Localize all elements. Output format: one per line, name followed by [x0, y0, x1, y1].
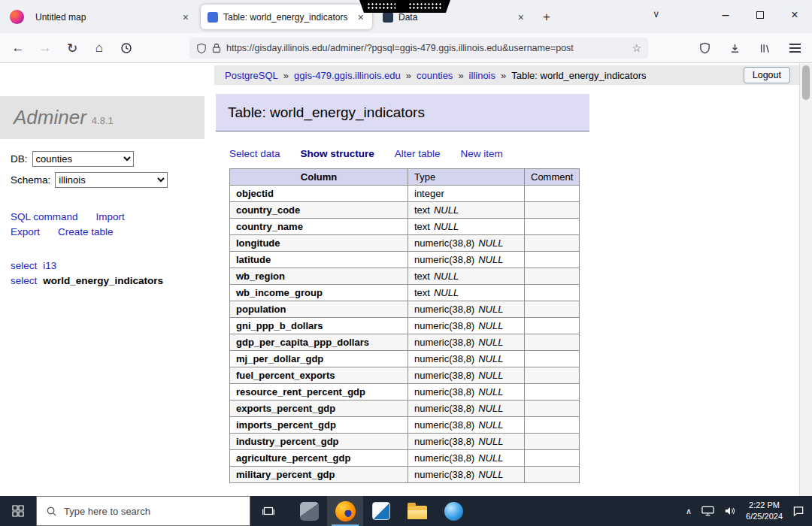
firefox-view-icon — [10, 10, 24, 24]
column-type-cell: textNULL — [408, 285, 525, 301]
table-row: mj_per_dollar_gdp numeric(38,8)NULL — [230, 351, 580, 367]
history-button[interactable] — [116, 38, 137, 59]
breadcrumb-separator: » — [406, 70, 411, 81]
home-button[interactable]: ⌂ — [89, 38, 110, 59]
arcgis-pro-icon — [372, 502, 390, 520]
table-name-link[interactable]: world_energy_indicators — [43, 275, 163, 286]
screen-capture-artifact — [359, 0, 450, 13]
globe-app-icon — [444, 502, 463, 521]
column-name-cell: wb_region — [230, 268, 408, 285]
column-name-cell: mj_per_dollar_gdp — [230, 351, 408, 367]
column-name-cell: industry_percent_gdp — [230, 434, 408, 450]
sidebar-link[interactable]: Create table — [58, 226, 114, 237]
volume-button[interactable] — [724, 506, 736, 516]
start-button[interactable] — [0, 496, 36, 526]
schema-select[interactable]: illinois — [55, 172, 168, 188]
adminer-logo: Adminer4.8.1 — [0, 96, 205, 139]
url-bar[interactable]: https://gisday.illinois.edu/adminer/?pgs… — [189, 38, 648, 59]
file-explorer-button[interactable] — [399, 496, 435, 526]
globe-app-button[interactable] — [435, 496, 471, 526]
table-row: exports_percent_gdp numeric(38,8)NULL — [230, 401, 580, 417]
tab-overflow-chevron-icon[interactable]: ∨ — [653, 8, 660, 20]
tab-close-icon[interactable]: × — [517, 12, 526, 23]
column-name-cell: longitude — [230, 235, 408, 252]
menu-button[interactable] — [783, 38, 806, 59]
column-type-cell: numeric(38,8)NULL — [408, 450, 525, 467]
table-nav-link[interactable]: New item — [461, 148, 503, 159]
download-icon — [729, 43, 741, 54]
browser-tab[interactable]: Table: world_energy_indicators × — [201, 5, 372, 29]
scrollbar-thumb[interactable] — [802, 65, 810, 100]
column-name-cell: resource_rent_percent_gdp — [230, 384, 408, 401]
firefox-view-button[interactable] — [7, 7, 26, 26]
sidebar-link[interactable]: SQL command — [11, 211, 78, 222]
page-scrollbar[interactable] — [799, 63, 812, 496]
hidden-icons-chevron[interactable]: ∧ — [686, 506, 692, 516]
browser-tab[interactable]: Untitled map × — [29, 5, 197, 29]
downloads-button[interactable] — [723, 38, 746, 59]
maximize-button[interactable] — [743, 0, 777, 30]
sidebar-link[interactable]: Import — [96, 211, 125, 222]
sidebar-link-row: ExportCreate table — [11, 225, 214, 240]
url-text[interactable]: https://gisday.illinois.edu/adminer/?pgs… — [226, 43, 627, 53]
firefox-button[interactable] — [327, 496, 363, 526]
breadcrumb-link[interactable]: ggis-479.ggis.illinois.edu — [294, 70, 401, 81]
db-select[interactable]: counties — [32, 151, 134, 167]
gis-app-button[interactable] — [291, 496, 327, 526]
reload-button[interactable]: ↻ — [62, 38, 83, 59]
table-select-link[interactable]: select — [11, 260, 37, 271]
breadcrumb-link[interactable]: counties — [417, 70, 453, 81]
back-button[interactable]: ← — [8, 38, 29, 59]
taskbar-clock[interactable]: 2:22 PM 6/25/2024 — [746, 500, 783, 522]
arcgis-pro-button[interactable] — [363, 496, 399, 526]
table-nav-link[interactable]: Show structure — [301, 148, 374, 159]
table-name-link[interactable]: i13 — [43, 260, 56, 271]
maximize-icon — [756, 11, 764, 19]
column-name-cell: wb_income_group — [230, 285, 408, 301]
tab-title: Table: world_energy_indicators — [223, 12, 350, 23]
library-button[interactable] — [753, 38, 776, 59]
table-select-link[interactable]: select — [11, 275, 37, 286]
action-center-button[interactable] — [792, 506, 804, 517]
sidebar-form: DB: counties Schema: illinois — [0, 139, 214, 188]
close-button[interactable]: × — [777, 0, 812, 30]
taskbar-search[interactable]: Type here to search — [36, 496, 250, 526]
table-nav-link[interactable]: Select data — [229, 148, 280, 159]
column-name-cell: latitude — [230, 252, 408, 268]
bookmark-star-icon[interactable]: ☆ — [632, 42, 641, 54]
column-type-cell: numeric(38,8)NULL — [408, 318, 525, 334]
sidebar-link[interactable]: Export — [11, 226, 40, 237]
column-type-cell: numeric(38,8)NULL — [408, 235, 525, 252]
table-row: resource_rent_percent_gdp numeric(38,8)N… — [230, 384, 580, 401]
tab-close-icon[interactable]: × — [356, 12, 365, 23]
column-type-cell: numeric(38,8)NULL — [408, 434, 525, 450]
task-view-button[interactable] — [250, 496, 286, 526]
tab-close-icon[interactable]: × — [181, 12, 190, 23]
structure-table: Column Type Comment objectid integer cou… — [229, 168, 580, 483]
table-row: industry_percent_gdp numeric(38,8)NULL — [230, 434, 580, 450]
new-tab-button[interactable]: + — [537, 8, 556, 27]
logout-button[interactable]: Logout — [744, 67, 790, 83]
breadcrumb-current: Table: world_energy_indicators — [511, 70, 646, 81]
nav-buttons: ← → ↻ ⌂ — [8, 33, 137, 63]
action-center-icon — [792, 506, 804, 517]
breadcrumb-link[interactable]: illinois — [469, 70, 495, 81]
table-row: latitude numeric(38,8)NULL — [230, 252, 580, 268]
sidebar-table-row: selecti13 — [11, 258, 214, 274]
column-comment-cell — [525, 252, 580, 268]
table-row: gdp_per_capita_ppp_dollars numeric(38,8)… — [230, 334, 580, 351]
network-button[interactable] — [701, 506, 714, 516]
minimize-button[interactable]: – — [708, 0, 743, 30]
privacy-shield-button[interactable] — [693, 38, 716, 59]
column-name-cell: fuel_percent_exports — [230, 367, 408, 384]
breadcrumb-separator: » — [283, 70, 289, 81]
lock-icon[interactable] — [212, 43, 221, 53]
breadcrumb-link[interactable]: PostgreSQL — [225, 70, 278, 81]
column-header[interactable]: Column — [230, 169, 408, 186]
table-row: imports_percent_gdp numeric(38,8)NULL — [230, 417, 580, 434]
table-row: wb_region textNULL — [230, 268, 580, 285]
forward-button[interactable]: → — [35, 38, 56, 59]
tracking-shield-icon[interactable] — [196, 43, 207, 54]
page-content: Adminer4.8.1 DB: counties Schema: illino… — [0, 63, 812, 496]
table-nav-link[interactable]: Alter table — [395, 148, 441, 159]
